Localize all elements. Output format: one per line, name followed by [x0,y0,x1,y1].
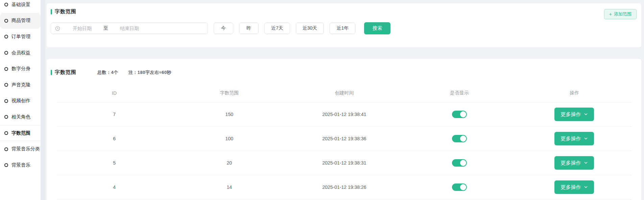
plus-icon: + [609,12,612,17]
sidebar-item-label: 商品管理 [11,18,30,24]
cell-visible [402,151,517,175]
add-range-button[interactable]: + 添加范围 [604,9,637,19]
radio-circle-icon [4,35,8,38]
end-date-input[interactable] [110,26,149,31]
cell-created: 2025-01-12 19:38:41 [287,102,402,126]
table-card-title: 字数范围 [55,69,76,76]
cell-visible [402,175,517,199]
sidebar-item-2[interactable]: 订单管理 [0,29,41,45]
table-row: 7 150 2025-01-12 19:38:41 更多操作 [57,102,632,126]
sidebar-item-4[interactable]: 数字分身 [0,61,41,77]
chevron-down-icon [584,185,588,189]
more-actions-button[interactable]: 更多操作 [554,108,594,121]
cell-actions: 更多操作 [517,175,632,199]
date-range-picker[interactable]: 至 [51,23,208,34]
column-header-created: 创建时间 [287,84,402,102]
sidebar-item-3[interactable]: 会员权益 [0,45,41,61]
sidebar: 基础设置 商品管理 订单管理 会员权益 数字分身 声音克隆 视频创作 相关角色 … [0,0,41,200]
search-button[interactable]: 搜索 [364,22,390,34]
sidebar-item-label: 声音克隆 [11,82,30,88]
cell-range: 100 [172,126,287,151]
cell-actions: 更多操作 [517,126,632,151]
cell-created: 2025-01-12 19:38:31 [287,151,402,175]
sidebar-item-9[interactable]: 背景音乐分类 [0,141,41,157]
quick-filter-yesterday-button[interactable]: 昨 [239,23,259,34]
sidebar-item-1[interactable]: 商品管理 [0,13,41,29]
cell-range: 20 [172,151,287,175]
note-label: 注：180字左右≈60秒 [128,70,171,75]
radio-circle-icon [4,163,8,167]
column-header-visible: 是否显示 [402,84,517,102]
quick-filter-30days-button[interactable]: 近30天 [296,23,324,34]
sidebar-item-label: 订单管理 [11,34,30,40]
sidebar-item-label: 数字分身 [11,66,30,72]
more-actions-label: 更多操作 [560,136,581,142]
add-range-label: 添加范围 [614,11,631,17]
cell-created: 2025-01-12 19:38:26 [287,175,402,199]
cell-id: 6 [57,126,172,151]
table-card-meta: 总数：4个 注：180字左右≈60秒 [97,69,171,76]
sidebar-item-5[interactable]: 声音克隆 [0,77,41,93]
filter-row: 至 今 昨 近7天 近30天 近1年 搜索 [51,22,637,34]
chevron-down-icon [584,161,588,165]
sidebar-item-0[interactable]: 基础设置 [0,0,41,13]
sidebar-menu: 基础设置 商品管理 订单管理 会员权益 数字分身 声音克隆 视频创作 相关角色 … [0,0,41,173]
table-card-header: 字数范围 总数：4个 注：180字左右≈60秒 [51,69,635,76]
radio-circle-icon [4,115,8,119]
sidebar-item-10[interactable]: 背景音乐 [0,157,41,173]
table-row: 4 14 2025-01-12 19:38:26 更多操作 [57,175,632,199]
main-content: 字数范围 + 添加范围 至 今 昨 近7天 近30天 近1 [45,0,644,200]
title-accent-bar [51,9,52,15]
more-actions-label: 更多操作 [560,111,581,118]
chevron-down-icon [584,112,588,116]
clock-icon [55,26,60,31]
start-date-input[interactable] [62,26,102,31]
cell-created: 2025-01-12 19:38:36 [287,126,402,151]
cell-actions: 更多操作 [517,102,632,126]
sidebar-item-label: 相关角色 [11,114,30,120]
radio-circle-icon [4,3,8,6]
title-accent-bar [51,70,52,75]
cell-visible [402,102,517,126]
sidebar-item-label: 会员权益 [11,50,30,56]
radio-circle-icon [4,67,8,71]
quick-filter-7days-button[interactable]: 近7天 [264,23,290,34]
cell-range: 150 [172,102,287,126]
table-row: 5 20 2025-01-12 19:38:31 更多操作 [57,151,632,175]
filter-card: 字数范围 + 添加范围 至 今 昨 近7天 近30天 近1 [47,3,641,47]
sidebar-item-label: 视频创作 [11,98,30,104]
visibility-toggle[interactable] [452,159,467,167]
sidebar-item-8[interactable]: 字数范围 [0,125,41,141]
sidebar-item-label: 字数范围 [11,130,30,136]
more-actions-button[interactable]: 更多操作 [554,132,594,145]
radio-circle-icon [4,51,8,55]
visibility-toggle[interactable] [452,135,467,142]
quick-filter-1year-button[interactable]: 近1年 [330,23,355,34]
cell-visible [402,126,517,151]
sidebar-item-7[interactable]: 相关角色 [0,109,41,125]
filter-card-header: 字数范围 [51,8,637,15]
more-actions-button[interactable]: 更多操作 [554,156,594,170]
ranges-table: ID 字数范围 创建时间 是否显示 操作 7 150 2025-01-12 19… [57,84,632,200]
visibility-toggle[interactable] [452,111,467,118]
sidebar-scrollbar[interactable] [41,0,45,200]
cell-range: 14 [172,175,287,199]
table-row: 6 100 2025-01-12 19:38:36 更多操作 [57,126,632,151]
cell-id: 5 [57,151,172,175]
column-header-range: 字数范围 [172,84,287,102]
radio-circle-icon [4,99,8,103]
radio-circle-icon [4,147,8,151]
chevron-down-icon [584,137,588,141]
radio-circle-icon [4,131,8,135]
date-range-separator: 至 [103,25,108,31]
quick-filter-today-button[interactable]: 今 [214,23,233,34]
table-body: 7 150 2025-01-12 19:38:41 更多操作 6 100 202… [57,102,632,199]
sidebar-item-label: 基础设置 [11,2,30,8]
visibility-toggle[interactable] [452,183,467,191]
filter-card-title: 字数范围 [55,8,76,15]
sidebar-item-label: 背景音乐分类 [11,146,40,152]
sidebar-item-label: 背景音乐 [11,162,30,168]
more-actions-button[interactable]: 更多操作 [554,180,594,194]
radio-circle-icon [4,83,8,87]
sidebar-item-6[interactable]: 视频创作 [0,93,41,109]
